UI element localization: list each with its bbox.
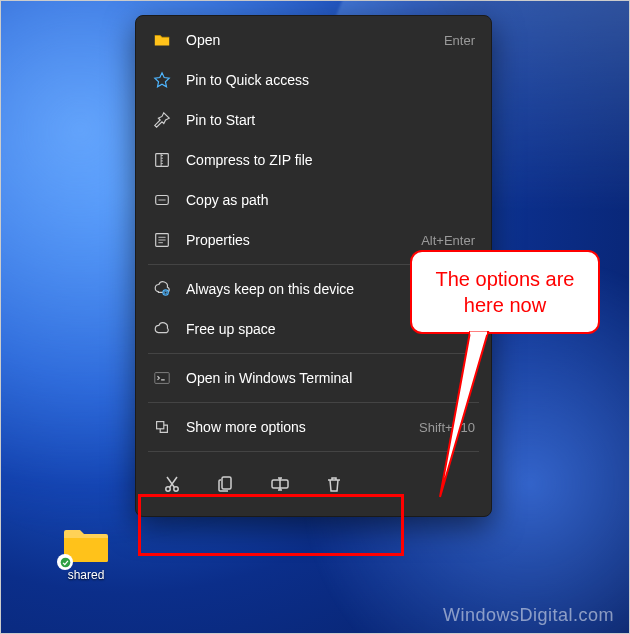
menu-label: Open <box>186 32 444 48</box>
svg-point-4 <box>163 290 168 295</box>
rename-button[interactable] <box>262 466 298 502</box>
menu-keep-device[interactable]: Always keep on this device <box>136 269 491 309</box>
menu-label: Copy as path <box>186 192 475 208</box>
delete-button[interactable] <box>316 466 352 502</box>
cloud-sync-icon <box>152 279 172 299</box>
rename-icon <box>270 474 290 494</box>
pin-icon <box>152 110 172 130</box>
svg-rect-9 <box>222 477 231 489</box>
svg-point-0 <box>60 557 70 567</box>
svg-rect-5 <box>155 373 169 384</box>
menu-label: Pin to Quick access <box>186 72 475 88</box>
menu-label: Properties <box>186 232 421 248</box>
menu-compress-zip[interactable]: Compress to ZIP file <box>136 140 491 180</box>
copy-button[interactable] <box>208 466 244 502</box>
desktop-folder-label: shared <box>54 568 118 582</box>
menu-shortcut: Alt+Enter <box>421 233 475 248</box>
copy-icon <box>216 474 236 494</box>
menu-open[interactable]: Open Enter <box>136 20 491 60</box>
context-menu: Open Enter Pin to Quick access Pin to St… <box>135 15 492 517</box>
star-icon <box>152 70 172 90</box>
zip-icon <box>152 150 172 170</box>
menu-label: Always keep on this device <box>186 281 475 297</box>
menu-pin-quick-access[interactable]: Pin to Quick access <box>136 60 491 100</box>
separator <box>148 451 479 452</box>
cut-button[interactable] <box>154 466 190 502</box>
menu-shortcut: Shift+F10 <box>419 420 475 435</box>
cloud-icon <box>152 319 172 339</box>
menu-properties[interactable]: Properties Alt+Enter <box>136 220 491 260</box>
menu-windows-terminal[interactable]: Open in Windows Terminal <box>136 358 491 398</box>
menu-label: Free up space <box>186 321 475 337</box>
sync-badge-icon <box>57 554 73 570</box>
menu-free-space[interactable]: Free up space <box>136 309 491 349</box>
folder-open-icon <box>152 30 172 50</box>
scissors-icon <box>162 474 182 494</box>
more-options-icon <box>152 417 172 437</box>
copy-path-icon <box>152 190 172 210</box>
svg-rect-6 <box>157 422 164 429</box>
properties-icon <box>152 230 172 250</box>
menu-label: Show more options <box>186 419 419 435</box>
separator <box>148 353 479 354</box>
menu-label: Open in Windows Terminal <box>186 370 475 386</box>
desktop-folder[interactable]: shared <box>54 524 118 582</box>
menu-label: Compress to ZIP file <box>186 152 475 168</box>
terminal-icon <box>152 368 172 388</box>
desktop-background: shared Open Enter Pin to Quick access Pi… <box>0 0 630 634</box>
separator <box>148 402 479 403</box>
menu-copy-path[interactable]: Copy as path <box>136 180 491 220</box>
separator <box>148 264 479 265</box>
menu-pin-start[interactable]: Pin to Start <box>136 100 491 140</box>
trash-icon <box>324 474 344 494</box>
action-row <box>136 456 491 512</box>
menu-show-more-options[interactable]: Show more options Shift+F10 <box>136 407 491 447</box>
watermark: WindowsDigital.com <box>443 605 614 626</box>
menu-label: Pin to Start <box>186 112 475 128</box>
menu-shortcut: Enter <box>444 33 475 48</box>
